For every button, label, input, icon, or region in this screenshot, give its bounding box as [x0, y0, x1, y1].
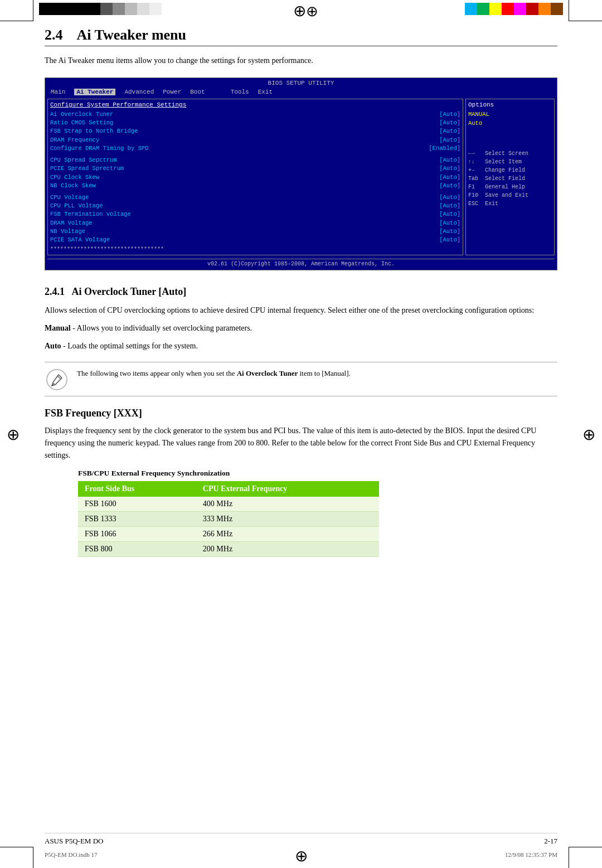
auto-item: Auto - Loads the optimal settings for th…: [45, 340, 557, 352]
fsb-row2-bus: FSB 1333: [78, 512, 196, 527]
bios-menu-power: Power: [163, 89, 181, 95]
bios-row-12: FSB Termination voltage[Auto]: [50, 210, 460, 219]
bios-footer: v02.61 (C)Copyright 1985-2008, American …: [47, 259, 555, 269]
fsb-row1-bus: FSB 1600: [78, 497, 196, 512]
reg-left: ⊕: [7, 425, 20, 443]
bios-menu-tools: Tools: [231, 89, 249, 95]
chapter-heading: 2.4 Ai Tweaker menu: [45, 27, 557, 46]
fsb-col-header-cpu: CPU External Frequency: [196, 481, 379, 497]
note-bold-text: Ai Overclock Tuner: [237, 369, 298, 377]
bios-row-8: CPU Clock Skew[Auto]: [50, 173, 460, 182]
manual-label: Manual: [45, 324, 71, 332]
section-241-title: Ai Overclock Tuner [Auto]: [72, 286, 187, 297]
bios-keybind-f1: F1 General Help: [468, 183, 552, 191]
svg-point-0: [47, 370, 67, 390]
top-right-corner-mark: [569, 0, 602, 21]
bios-menu-bar: Main Ai Tweaker Advanced Power Boot Tool…: [45, 88, 557, 96]
bios-left-panel: Configure System Performance Settings Ai…: [47, 99, 463, 255]
auto-desc: - Loads the optimal settings for the sys…: [63, 342, 198, 350]
note-text: The following two items appear only when…: [77, 368, 351, 379]
bios-menu-advanced: Advanced: [124, 89, 154, 95]
fsb-row3-bus: FSB 1066: [78, 527, 196, 542]
fsb-row4-bus: FSB 800: [78, 542, 196, 557]
color-bars-top: [465, 3, 563, 15]
bios-section-title: Configure System Performance Settings: [50, 101, 460, 108]
bottom-left: P5Q-EM DO.indb 17: [45, 851, 97, 858]
bios-options-title: Options: [468, 101, 552, 108]
page-footer: ASUS P5Q-EM DO 2-17: [45, 833, 557, 846]
black-bars-top: [39, 3, 162, 15]
bios-row-11: CPU PLL Voltage[Auto]: [50, 202, 460, 210]
bios-row-15: PCIE SATA Voltage[Auto]: [50, 236, 460, 244]
section-241-desc: Allows selection of CPU overclocking opt…: [45, 304, 557, 317]
bios-option-auto: Auto: [468, 119, 552, 128]
bios-row-1: Ai Overclock Tuner[Auto]: [50, 110, 460, 119]
bios-menu-main: Main: [51, 89, 65, 95]
table-row: FSB 1333 333 MHz: [78, 512, 379, 527]
fsb-table: Front Side Bus CPU External Frequency FS…: [78, 481, 379, 557]
fsb-table-header-row: Front Side Bus CPU External Frequency: [78, 481, 379, 497]
manual-item: Manual - Allows you to individually set …: [45, 322, 557, 334]
bios-row-7: PCIE Spread Sprectrum[Auto]: [50, 164, 460, 173]
bios-keybind-f10: F10 Save and Exit: [468, 191, 552, 200]
bios-keybinds: ←→ Select Screen ↑↓ Select Item +- Chang…: [468, 149, 552, 208]
bios-row-6: CPU Spread Sepctrum[Auto]: [50, 156, 460, 164]
bios-row-10: CPU Voltage[Auto]: [50, 193, 460, 202]
bios-keybind-item: ↑↓ Select Item: [468, 158, 552, 166]
bios-row-14: NB Voltage[Auto]: [50, 227, 460, 236]
fsb-heading: FSB Frequency [XXX]: [45, 408, 557, 419]
section-241-num: 2.4.1: [45, 286, 65, 297]
footer-left: ASUS P5Q-EM DO: [45, 837, 103, 846]
bios-menu-boot: Boot: [190, 89, 205, 95]
auto-label: Auto: [45, 342, 61, 350]
fsb-desc: Displays the frequency sent by the clock…: [45, 425, 557, 461]
table-row: FSB 1066 266 MHz: [78, 527, 379, 542]
fsb-row2-freq: 333 MHz: [196, 512, 379, 527]
bios-row-13: DRAM Voltage[Auto]: [50, 219, 460, 227]
bios-menu-exit: Exit: [258, 89, 273, 95]
bios-row-9: NB Clock Skew[Auto]: [50, 182, 460, 190]
table-row: FSB 1600 400 MHz: [78, 497, 379, 512]
fsb-col-header-bus: Front Side Bus: [78, 481, 196, 497]
bios-row-2: Ratio CMOS Setting[Auto]: [50, 119, 460, 127]
bios-content-area: Configure System Performance Settings Ai…: [45, 96, 557, 258]
crosshair-bottom: ⊕: [295, 847, 308, 865]
footer-right: 2-17: [544, 837, 557, 846]
fsb-row1-freq: 400 MHz: [196, 497, 379, 512]
note-icon: [45, 368, 69, 390]
bottom-right: 12/9/08 12:35:37 PM: [505, 851, 557, 858]
section-241-heading: 2.4.1 Ai Overclock Tuner [Auto]: [45, 286, 557, 298]
bios-keybind-screen: ←→ Select Screen: [468, 149, 552, 158]
fsb-table-heading: FSB/CPU External Frequency Synchronizati…: [78, 469, 557, 478]
bios-title: BIOS SETUP UTILITY: [45, 78, 557, 88]
note-box: The following two items appear only when…: [45, 362, 557, 396]
intro-paragraph: The Ai Tweaker menu items allow you to c…: [45, 56, 557, 65]
pencil-icon: [46, 369, 67, 390]
table-row: FSB 800 200 MHz: [78, 542, 379, 557]
fsb-row4-freq: 200 MHz: [196, 542, 379, 557]
bios-keybind-tab: Tab Select Field: [468, 174, 552, 183]
chapter-num: 2.4: [45, 27, 63, 43]
bios-row-3: FSB Strap to North Bridge[Auto]: [50, 127, 460, 135]
bios-stars: **********************************: [50, 246, 460, 253]
bios-screenshot: BIOS SETUP UTILITY Main Ai Tweaker Advan…: [45, 77, 557, 270]
bios-row-4: DRAM Frequency[Auto]: [50, 136, 460, 144]
bios-option-manual: MANUAL: [468, 110, 552, 119]
bios-row-5: Configure DRAM Timing by SPD[Enabled]: [50, 144, 460, 153]
top-left-corner-mark: [0, 0, 33, 21]
crosshair-top: ⊕: [293, 2, 309, 17]
bottom-right-corner-mark: [569, 847, 602, 868]
reg-right: ⊕: [582, 425, 595, 443]
bios-keybind-field: +- Change Field: [468, 166, 552, 174]
bios-menu-aitweaker: Ai Tweaker: [74, 89, 115, 95]
chapter-title: Ai Tweaker menu: [77, 27, 186, 43]
bios-right-panel: Options MANUAL Auto ←→ Select Screen ↑↓ …: [465, 99, 555, 255]
manual-desc: - Allows you to individually set overclo…: [72, 324, 252, 332]
bios-keybind-esc: ESC Exit: [468, 200, 552, 208]
bottom-left-corner-mark: [0, 847, 33, 868]
fsb-row3-freq: 266 MHz: [196, 527, 379, 542]
